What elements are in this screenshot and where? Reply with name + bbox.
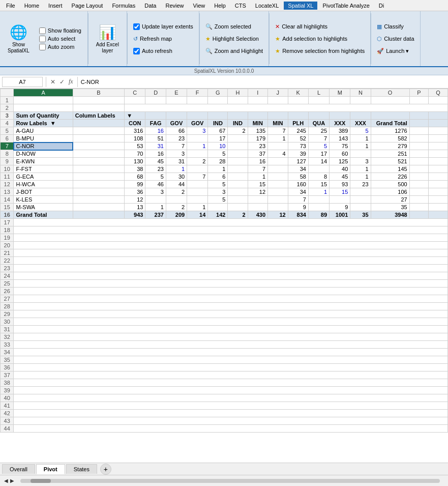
cell-1-F[interactable] [187,97,208,104]
cell-11-K[interactable]: 58 [288,173,308,181]
cell-6-B[interactable] [73,135,125,142]
cell-9-E[interactable]: 31 [166,158,187,165]
cell-14-G[interactable]: 5 [208,196,228,204]
cell-16-F[interactable]: 14 [187,211,208,219]
cell-7-F[interactable]: 1 [187,142,208,150]
menu-di[interactable]: Di [375,2,388,10]
cell-14-N[interactable] [350,196,371,204]
cell-3-N[interactable] [350,112,371,120]
cell-4-C[interactable]: CON [125,120,145,127]
col-header-K[interactable]: K [288,89,308,97]
cell-10-C[interactable]: 38 [125,165,145,173]
cell-16-A[interactable]: Grand Total [14,211,73,219]
cell-6-G[interactable]: 17 [208,135,228,142]
cell-7-H[interactable] [228,142,248,150]
cell-11-G[interactable]: 6 [208,173,228,181]
cell-3-B[interactable]: Column Labels [73,112,125,120]
cell-6-I[interactable]: 179 [248,135,268,142]
checkbox-auto-select[interactable] [39,36,46,42]
cell-15-D[interactable]: 1 [145,204,166,211]
cell-3-Q[interactable] [429,112,448,120]
cell-10-E[interactable]: 1 [166,165,187,173]
cell-14-Q[interactable] [429,196,448,204]
cell-13-L[interactable]: 1 [308,188,329,196]
cell-14-B[interactable] [73,196,125,204]
cell-13-D[interactable]: 3 [145,188,166,196]
cell-15-M[interactable]: 9 [330,204,350,211]
cell-13-J[interactable] [268,188,288,196]
cell-6-J[interactable]: 1 [268,135,288,142]
menu-home[interactable]: Home [20,2,43,10]
menu-data[interactable]: Data [140,2,160,10]
cell-7-A[interactable]: C-NOR [14,142,73,150]
cell-2-rest[interactable] [125,104,448,112]
cell-5-O[interactable]: 1276 [371,127,409,135]
col-header-I[interactable]: I [248,89,268,97]
cell-1-E[interactable] [166,97,187,104]
cell-15-C[interactable]: 13 [125,204,145,211]
cell-4-G[interactable]: IND [208,120,228,127]
checkbox-show-floating[interactable] [39,27,46,34]
cell-15-G[interactable] [208,204,228,211]
cell-4-E[interactable]: GOV [166,120,187,127]
cell-4-L[interactable]: QUA [308,120,329,127]
cell-4-N[interactable]: XXX [350,120,371,127]
cell-4-A[interactable]: Row Labels ▼ [14,120,73,127]
cell-5-M[interactable]: 389 [330,127,350,135]
cell-10-P[interactable] [409,165,429,173]
cell-11-L[interactable]: 8 [308,173,329,181]
col-header-E[interactable]: E [166,89,187,97]
cell-8-Q[interactable] [429,150,448,158]
cell-16-M[interactable]: 1001 [330,211,350,219]
cell-5-P[interactable] [409,127,429,135]
cell-9-F[interactable]: 2 [187,158,208,165]
cell-9-P[interactable] [409,158,429,165]
cell-9-Q[interactable] [429,158,448,165]
col-header-P[interactable]: P [409,89,429,97]
cell-3-C[interactable]: ▼ [125,112,145,120]
menu-page-layout[interactable]: Page Layout [68,2,107,10]
cell-4-J[interactable]: MIN [268,120,288,127]
cell-8-M[interactable]: 60 [330,150,350,158]
cell-15-L[interactable] [308,204,329,211]
cell-3-F[interactable] [187,112,208,120]
cell-12-H[interactable] [228,181,248,188]
cell-12-M[interactable]: 93 [330,181,350,188]
menu-locatexl[interactable]: LocateXL [251,2,283,10]
col-header-N[interactable]: N [350,89,371,97]
col-header-Q[interactable]: Q [429,89,448,97]
zoom-and-highlight-button[interactable]: 🔍 Zoom and Highlight [203,45,265,56]
name-box[interactable] [2,77,43,87]
cell-3-I[interactable] [248,112,268,120]
col-header-B[interactable]: B [73,89,125,97]
cell-5-A[interactable]: A-GAU [14,127,73,135]
sheet-tab-pivot[interactable]: Pivot [36,464,65,474]
cell-8-I[interactable]: 37 [248,150,268,158]
menu-cts[interactable]: CTS [231,2,250,10]
cell-16-K[interactable]: 834 [288,211,308,219]
cell-9-J[interactable] [268,158,288,165]
cell-1-B[interactable] [73,97,125,104]
cell-16-O[interactable]: 3948 [371,211,409,219]
cell-6-K[interactable]: 52 [288,135,308,142]
cell-9-M[interactable]: 125 [330,158,350,165]
cell-8-N[interactable] [350,150,371,158]
cell-14-F[interactable] [187,196,208,204]
cell-8-G[interactable]: 5 [208,150,228,158]
cell-5-L[interactable]: 25 [308,127,329,135]
cell-3-A[interactable]: Sum of Quantity [14,112,73,120]
cell-1-G[interactable] [208,97,228,104]
refresh-map-button[interactable]: ↺ Refresh map [131,33,174,44]
cell-14-I[interactable] [248,196,268,204]
cell-12-P[interactable] [409,181,429,188]
formula-input[interactable] [81,77,446,87]
cell-10-F[interactable] [187,165,208,173]
sheet-tab-states[interactable]: States [66,464,97,474]
cell-8-F[interactable] [187,150,208,158]
col-header-M[interactable]: M [330,89,350,97]
cell-9-H[interactable] [228,158,248,165]
cell-11-F[interactable]: 7 [187,173,208,181]
cell-13-Q[interactable] [429,188,448,196]
cell-10-O[interactable]: 145 [371,165,409,173]
cell-7-O[interactable]: 279 [371,142,409,150]
